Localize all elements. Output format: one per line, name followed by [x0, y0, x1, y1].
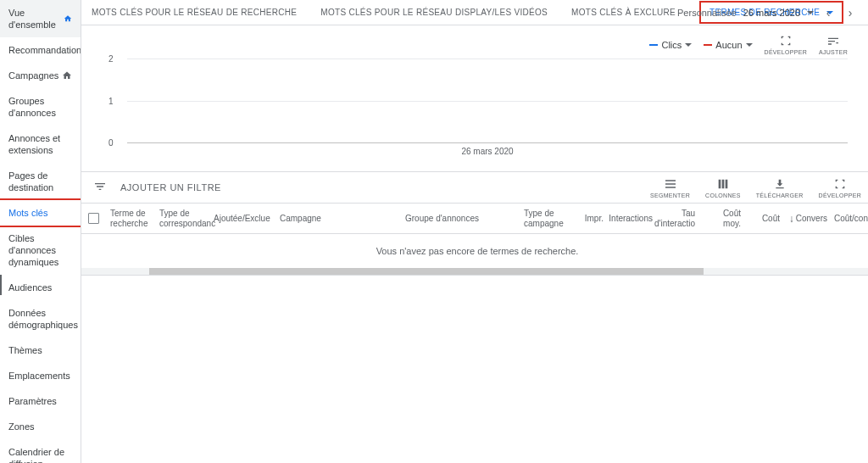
main: MOTS CLÉS POUR LE RÉSEAU DE RECHERCHE MO…: [81, 0, 868, 463]
segment-icon: [664, 177, 677, 191]
sidebar-item-keywords[interactable]: Mots clés: [0, 198, 81, 227]
btn-label: DÉVELOPPER: [765, 49, 807, 55]
chevron-down-icon: [807, 11, 814, 14]
metric-secondary[interactable]: Aucun: [704, 40, 752, 50]
y-tick: 1: [108, 96, 114, 105]
th-rate[interactable]: Tau d'interactio: [658, 204, 700, 233]
table-header: Terme de recherche Type de correspondanc…: [81, 204, 868, 234]
filter-icon[interactable]: [93, 180, 107, 196]
sidebar-item-recommendations[interactable]: Recommandations: [0, 37, 81, 63]
sidebar-label: Mots clés: [8, 207, 47, 219]
sidebar-item-schedule[interactable]: Calendrier de diffusion: [0, 439, 81, 463]
grid-line: [127, 59, 848, 59]
date-type: Personnalisée: [677, 8, 737, 18]
expand-icon: [779, 34, 793, 47]
chevron-down-icon: [746, 43, 753, 47]
h-scrollbar[interactable]: [81, 268, 868, 275]
sidebar-item-campaigns[interactable]: Campagnes: [0, 63, 81, 88]
select-all[interactable]: [81, 204, 105, 233]
th-impr[interactable]: Impr.: [570, 204, 609, 233]
y-tick: 2: [108, 54, 114, 64]
sidebar-item-zones[interactable]: Zones: [0, 414, 81, 439]
tab-negative-keywords[interactable]: MOTS CLÉS À EXCLURE: [571, 8, 676, 17]
scroll-thumb[interactable]: [149, 268, 704, 275]
th-adgroup[interactable]: Groupe d'annonces: [400, 204, 519, 233]
expand-chart-button[interactable]: DÉVELOPPER: [765, 34, 807, 55]
sidebar-item-adgroups[interactable]: Groupes d'annonces: [0, 88, 81, 126]
date-value: 26 mars 2020: [743, 8, 800, 18]
sidebar-label: Zones: [8, 421, 35, 432]
th-campaign[interactable]: Campagne: [275, 204, 400, 233]
grid-line: [127, 101, 848, 102]
date-next[interactable]: ›: [843, 5, 858, 20]
sidebar-label: Campagnes: [8, 70, 58, 81]
sidebar-item-ads[interactable]: Annonces et extensions: [0, 126, 81, 163]
filter-bar: AJOUTER UN FILTRE SEGMENTER COLONNES: [81, 171, 868, 204]
sidebar-item-placements[interactable]: Emplacements: [0, 363, 81, 388]
sidebar-item-demographics[interactable]: Données démographiques: [0, 300, 81, 337]
date-prev[interactable]: ‹: [821, 5, 836, 20]
sidebar-item-landing[interactable]: Pages de destination: [0, 163, 81, 200]
chart-controls: Clics Aucun DÉVELOPPER AJUSTER: [102, 34, 848, 55]
columns-button[interactable]: COLONNES: [705, 177, 741, 198]
th-conv[interactable]: ↓Convers: [785, 204, 832, 233]
checkbox-icon: [88, 213, 99, 224]
empty-message: Vous n'avez pas encore de termes de rech…: [81, 234, 868, 268]
sidebar-label: Données démographiques: [8, 307, 78, 331]
th-search-term[interactable]: Terme de recherche: [105, 204, 154, 233]
adjust-icon: [826, 34, 840, 47]
th-cost[interactable]: Coût: [746, 204, 785, 233]
y-tick: 0: [108, 138, 114, 148]
metric-label: Aucun: [715, 40, 742, 50]
sidebar-label: Annonces et extensions: [8, 132, 72, 156]
download-icon: [773, 177, 787, 191]
sidebar: Vue d'ensemble Recommandations Campagnes…: [0, 0, 81, 463]
expand-icon: [833, 177, 847, 191]
sidebar-label: Calendrier de diffusion: [8, 446, 72, 463]
add-filter-input[interactable]: AJOUTER UN FILTRE: [120, 182, 221, 192]
expand-table-button[interactable]: DÉVELOPPER: [819, 177, 861, 198]
dash-icon: [704, 44, 712, 46]
th-costconv[interactable]: Coût/con: [832, 204, 868, 233]
sidebar-label: Pages de destination: [8, 170, 72, 193]
x-axis-label: 26 mars 2020: [127, 147, 848, 156]
th-added[interactable]: Ajoutée/Exclue: [209, 204, 275, 233]
th-avgcost[interactable]: Coût moy.: [700, 204, 746, 233]
metric-primary[interactable]: Clics: [649, 40, 692, 50]
tab-search-keywords[interactable]: MOTS CLÉS POUR LE RÉSEAU DE RECHERCHE: [92, 8, 297, 17]
th-label: Convers: [796, 214, 827, 224]
sidebar-label: Paramètres: [8, 395, 57, 407]
sidebar-label: Thèmes: [8, 344, 42, 356]
dash-icon: [649, 44, 658, 46]
chevron-down-icon: [685, 43, 692, 47]
sidebar-item-audiences[interactable]: Audiences: [0, 275, 81, 300]
date-range[interactable]: Personnalisée 26 mars 2020 ‹ ›: [677, 5, 858, 20]
tabs-bar: MOTS CLÉS POUR LE RÉSEAU DE RECHERCHE MO…: [81, 0, 868, 25]
sidebar-label: Recommandations: [8, 44, 81, 56]
sidebar-item-settings[interactable]: Paramètres: [0, 388, 81, 414]
side-marker: [0, 275, 2, 295]
tab-display-keywords[interactable]: MOTS CLÉS POUR LE RÉSEAU DISPLAY/LES VID…: [320, 8, 548, 17]
btn-label: COLONNES: [705, 192, 741, 198]
segment-button[interactable]: SEGMENTER: [650, 177, 690, 198]
table: Terme de recherche Type de correspondanc…: [81, 204, 868, 276]
sidebar-item-dynamic[interactable]: Cibles d'annonces dynamiques: [0, 226, 81, 275]
download-button[interactable]: TÉLÉCHARGER: [756, 177, 804, 198]
columns-icon: [716, 177, 730, 191]
th-camp-type[interactable]: Type de campagne: [519, 204, 570, 233]
btn-label: DÉVELOPPER: [819, 192, 861, 198]
adjust-chart-button[interactable]: AJUSTER: [819, 34, 848, 55]
home-icon: [62, 70, 72, 81]
chart-area: Clics Aucun DÉVELOPPER AJUSTER: [81, 25, 868, 156]
sidebar-label: Audiences: [8, 282, 52, 293]
th-match-type[interactable]: Type de correspondanc: [154, 204, 209, 233]
sidebar-label: Emplacements: [8, 370, 70, 382]
sort-down-icon: ↓: [789, 214, 794, 224]
sidebar-item-overview[interactable]: Vue d'ensemble: [0, 0, 81, 37]
metric-label: Clics: [661, 40, 682, 50]
th-interactions[interactable]: Interactions: [609, 204, 658, 233]
sidebar-label: Cibles d'annonces dynamiques: [8, 232, 72, 268]
home-icon: [64, 14, 72, 24]
sidebar-item-themes[interactable]: Thèmes: [0, 337, 81, 363]
sidebar-label: Groupes d'annonces: [8, 95, 72, 119]
